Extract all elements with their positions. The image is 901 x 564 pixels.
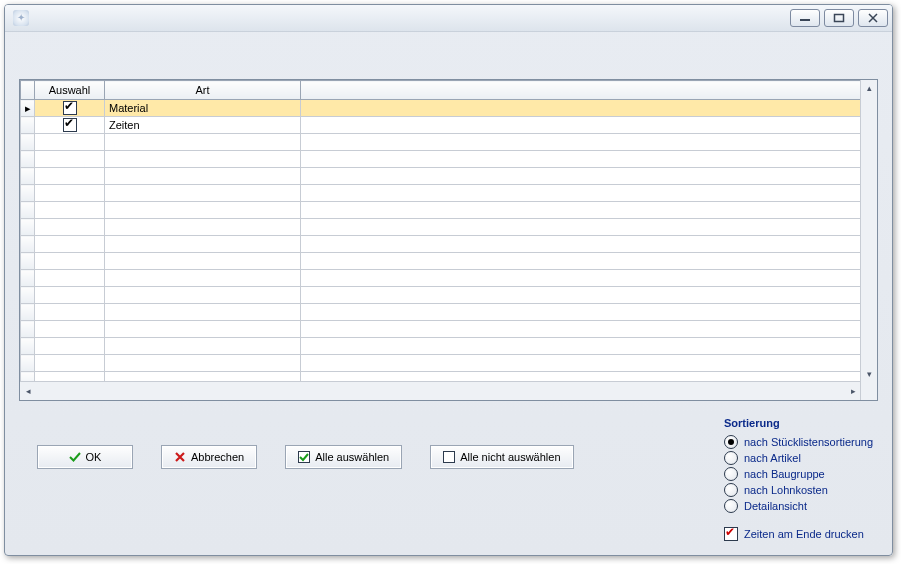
sort-option-detail[interactable]: Detailansicht: [724, 499, 874, 513]
sort-option-lohnkosten[interactable]: nach Lohnkosten: [724, 483, 874, 497]
check-icon: [69, 451, 81, 463]
print-times-label: Zeiten am Ende drucken: [744, 528, 864, 540]
row-checkbox-cell[interactable]: [35, 117, 105, 134]
col-auswahl[interactable]: Auswahl: [35, 81, 105, 100]
row-empty-cell: [35, 236, 105, 253]
select-none-label: Alle nicht auswählen: [460, 451, 560, 463]
select-all-button[interactable]: Alle auswählen: [285, 445, 402, 469]
row-empty-cell: [301, 321, 861, 338]
button-row: OK Abbrechen Alle auswählen: [37, 445, 574, 469]
select-all-label: Alle auswählen: [315, 451, 389, 463]
sort-option-label: Detailansicht: [744, 500, 807, 512]
scroll-left-icon[interactable]: ◂: [20, 382, 36, 400]
sort-option-stueckliste[interactable]: nach Stücklistensortierung: [724, 435, 874, 449]
table-row: [21, 321, 861, 338]
col-art[interactable]: Art: [105, 81, 301, 100]
sort-title: Sortierung: [724, 417, 874, 429]
row-indicator: [21, 151, 35, 168]
svg-rect-1: [835, 15, 844, 22]
checkbox-icon: [63, 118, 77, 132]
radio-icon: [724, 483, 738, 497]
row-empty-cell: [35, 151, 105, 168]
row-empty-cell: [35, 304, 105, 321]
table-row: [21, 219, 861, 236]
row-empty-cell: [35, 287, 105, 304]
table-row: [21, 270, 861, 287]
table-row[interactable]: Zeiten: [21, 117, 861, 134]
row-indicator: [21, 117, 35, 134]
row-empty-cell: [105, 270, 301, 287]
checkbox-icon: [63, 101, 77, 115]
row-empty-cell: [301, 202, 861, 219]
row-empty-cell: [105, 219, 301, 236]
selection-grid[interactable]: Auswahl Art ▸MaterialZeiten ▴ ▾ ◂ ▸: [19, 79, 878, 401]
row-checkbox-cell[interactable]: [35, 100, 105, 117]
row-empty-cell: [105, 253, 301, 270]
row-empty-cell: [301, 304, 861, 321]
maximize-button[interactable]: [824, 9, 854, 27]
sort-option-artikel[interactable]: nach Artikel: [724, 451, 874, 465]
row-empty-cell: [301, 100, 861, 117]
row-empty-cell: [105, 134, 301, 151]
row-empty-cell: [301, 338, 861, 355]
row-empty-cell: [301, 355, 861, 372]
radio-icon: [724, 467, 738, 481]
row-empty-cell: [301, 219, 861, 236]
table-row: [21, 185, 861, 202]
print-times-checkbox[interactable]: Zeiten am Ende drucken: [724, 527, 874, 541]
row-empty-cell: [105, 151, 301, 168]
row-indicator: [21, 304, 35, 321]
row-empty-cell: [105, 304, 301, 321]
table-row: [21, 338, 861, 355]
row-empty-cell: [301, 236, 861, 253]
row-empty-cell: [35, 202, 105, 219]
radio-icon: [724, 451, 738, 465]
scroll-down-icon[interactable]: ▾: [861, 366, 877, 382]
selection-table: Auswahl Art ▸MaterialZeiten: [20, 80, 861, 382]
col-indicator[interactable]: [21, 81, 35, 100]
close-button[interactable]: [858, 9, 888, 27]
row-empty-cell: [301, 168, 861, 185]
row-empty-cell: [105, 168, 301, 185]
svg-rect-3: [444, 452, 455, 463]
minimize-button[interactable]: [790, 9, 820, 27]
row-art-cell[interactable]: Zeiten: [105, 117, 301, 134]
row-empty-cell: [105, 287, 301, 304]
ok-button[interactable]: OK: [37, 445, 133, 469]
table-row: [21, 304, 861, 321]
row-empty-cell: [301, 117, 861, 134]
row-indicator: [21, 219, 35, 236]
row-empty-cell: [301, 270, 861, 287]
table-row: [21, 253, 861, 270]
row-empty-cell: [35, 355, 105, 372]
table-row: [21, 355, 861, 372]
row-art-cell[interactable]: Material: [105, 100, 301, 117]
row-empty-cell: [35, 185, 105, 202]
row-indicator: [21, 134, 35, 151]
row-empty-cell: [105, 236, 301, 253]
row-empty-cell: [105, 321, 301, 338]
sort-option-label: nach Lohnkosten: [744, 484, 828, 496]
row-empty-cell: [301, 151, 861, 168]
row-empty-cell: [301, 253, 861, 270]
row-indicator: [21, 287, 35, 304]
row-empty-cell: [35, 219, 105, 236]
vertical-scrollbar[interactable]: ▴ ▾: [860, 80, 877, 382]
row-indicator: ▸: [21, 100, 35, 117]
dialog-window: Auswahl Art ▸MaterialZeiten ▴ ▾ ◂ ▸: [4, 4, 893, 556]
horizontal-scrollbar[interactable]: ◂ ▸: [20, 381, 877, 400]
row-empty-cell: [35, 134, 105, 151]
scroll-up-icon[interactable]: ▴: [861, 80, 877, 96]
cancel-button[interactable]: Abbrechen: [161, 445, 257, 469]
row-indicator: [21, 202, 35, 219]
table-row[interactable]: ▸Material: [21, 100, 861, 117]
scroll-right-icon[interactable]: ▸: [845, 382, 861, 400]
select-none-button[interactable]: Alle nicht auswählen: [430, 445, 573, 469]
sort-option-baugruppe[interactable]: nach Baugruppe: [724, 467, 874, 481]
table-row: [21, 202, 861, 219]
titlebar: [5, 5, 892, 32]
cross-icon: [174, 451, 186, 463]
sort-option-label: nach Baugruppe: [744, 468, 825, 480]
col-rest[interactable]: [301, 81, 861, 100]
table-row: [21, 236, 861, 253]
